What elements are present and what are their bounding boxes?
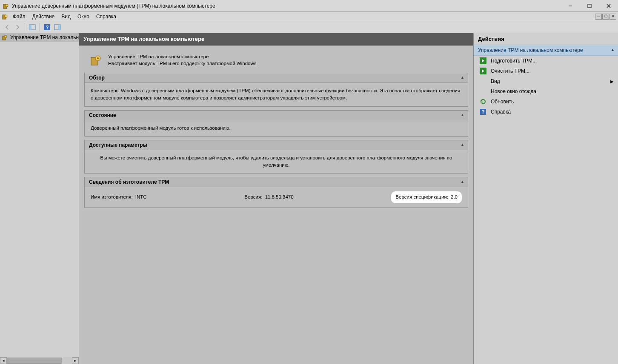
tree-horizontal-scrollbar[interactable]: ◄ ► xyxy=(0,357,79,364)
content-pane: Управление TPM на локальном компьютере У… xyxy=(79,33,473,364)
maximize-button[interactable] xyxy=(580,0,599,12)
forward-button[interactable] xyxy=(13,23,22,32)
menubar-app-icon xyxy=(2,13,9,20)
section-status-title: Состояние xyxy=(89,112,116,118)
menu-view[interactable]: Вид xyxy=(58,13,74,20)
refresh-icon xyxy=(480,98,486,105)
intro-description: Настраивает модуль TPM и его поддержку п… xyxy=(108,60,257,67)
section-manufacturer-title: Сведения об изготовителе TPM xyxy=(89,179,169,185)
action-refresh[interactable]: Обновить xyxy=(474,97,618,107)
mdi-controls: — ❐ ✕ xyxy=(595,14,616,20)
intro-text: Управление TPM на локальном компьютере Н… xyxy=(108,53,257,67)
back-button[interactable] xyxy=(3,23,12,32)
tree-item-label: Управление TPM на локальн xyxy=(10,34,79,40)
svg-point-7 xyxy=(5,15,7,17)
mdi-close-button[interactable]: ✕ xyxy=(609,14,616,20)
help-button[interactable]: ? xyxy=(43,23,52,32)
help-icon: ? xyxy=(480,108,486,115)
actions-subheader[interactable]: Управление TPM на локальном компьютере ▲ xyxy=(474,45,618,56)
menu-action[interactable]: Действие xyxy=(29,13,58,20)
section-status: Состояние ▲ Доверенный платформенный мод… xyxy=(84,110,468,136)
toolbar: ? xyxy=(0,21,618,33)
intro-title: Управление TPM на локальном компьютере xyxy=(108,53,257,60)
section-status-header[interactable]: Состояние ▲ xyxy=(85,111,468,120)
action-new-window[interactable]: Новое окно отсюда xyxy=(474,86,618,97)
content-header: Управление TPM на локальном компьютере xyxy=(79,33,473,46)
svg-text:?: ? xyxy=(482,109,485,114)
mfr-spec-label: Версия спецификации: xyxy=(395,193,448,201)
section-options-body: Вы можете очистить доверенный платформен… xyxy=(85,150,468,173)
action-help[interactable]: ? Справка xyxy=(474,107,618,117)
toolbar-separator xyxy=(25,23,25,31)
minimize-button[interactable] xyxy=(561,0,580,12)
action-label: Обновить xyxy=(491,99,514,105)
svg-text:?: ? xyxy=(46,25,49,30)
scroll-thumb[interactable] xyxy=(7,358,62,364)
section-overview: Обзор ▲ Компьютеры Windows с доверенным … xyxy=(84,73,468,107)
svg-point-1 xyxy=(6,4,8,7)
app-icon xyxy=(3,3,9,9)
window-title: Управление доверенным платформенным моду… xyxy=(12,3,561,9)
svg-point-15 xyxy=(4,35,7,38)
menu-file[interactable]: Файл xyxy=(9,13,29,20)
collapse-icon: ▲ xyxy=(461,75,464,80)
menubar: Файл Действие Вид Окно Справка — ❐ ✕ xyxy=(0,12,618,21)
section-options-header[interactable]: Доступные параметры ▲ xyxy=(85,140,468,150)
mdi-minimize-button[interactable]: — xyxy=(595,14,602,20)
section-overview-title: Обзор xyxy=(89,75,105,81)
blank-icon xyxy=(480,78,486,85)
close-button[interactable] xyxy=(599,0,618,12)
section-options-title: Доступные параметры xyxy=(89,142,147,148)
collapse-icon: ▲ xyxy=(461,142,464,147)
action-label: Подготовить TPM... xyxy=(491,58,537,64)
section-options: Доступные параметры ▲ Вы можете очистить… xyxy=(84,140,468,174)
toolbar-separator-2 xyxy=(40,23,40,31)
svg-point-18 xyxy=(97,57,99,59)
svg-rect-13 xyxy=(58,25,60,30)
submenu-arrow-icon: ▶ xyxy=(610,79,614,84)
actions-header: Действия xyxy=(474,33,618,45)
manufacturer-name: Имя изготовителя: INTC xyxy=(91,193,147,201)
main-layout: Управление TPM на локальн ◄ ► Управление… xyxy=(0,33,618,364)
manufacturer-spec: Версия спецификации: 2.0 xyxy=(391,191,462,203)
tree-pane: Управление TPM на локальн ◄ ► xyxy=(0,33,79,364)
window-titlebar: Управление доверенным платформенным моду… xyxy=(0,0,618,12)
scroll-right-arrow[interactable]: ► xyxy=(72,357,79,364)
tpm-tree-icon xyxy=(2,34,9,41)
menu-help[interactable]: Справка xyxy=(93,13,120,20)
collapse-icon: ▲ xyxy=(611,48,615,52)
show-hide-action-button[interactable] xyxy=(53,23,62,32)
mdi-restore-button[interactable]: ❐ xyxy=(602,14,609,20)
action-label: Справка xyxy=(491,109,511,115)
action-label: Новое окно отсюда xyxy=(491,88,536,94)
window-controls xyxy=(561,0,618,12)
section-status-body: Доверенный платформенный модуль готов к … xyxy=(85,120,468,136)
action-label: Очистить TPM... xyxy=(491,68,529,74)
blank-icon xyxy=(480,88,486,95)
svg-rect-9 xyxy=(29,25,31,30)
intro-section: Управление TPM на локальном компьютере Н… xyxy=(83,50,469,73)
mfr-name-value: INTC xyxy=(135,193,147,201)
mfr-version-value: 11.8.50.3470 xyxy=(265,193,293,201)
content-body: Управление TPM на локальном компьютере Н… xyxy=(79,46,473,216)
collapse-icon: ▲ xyxy=(461,179,464,184)
scroll-track[interactable] xyxy=(7,357,72,364)
action-clear-tpm[interactable]: Очистить TPM... xyxy=(474,66,618,76)
mfr-spec-value: 2.0 xyxy=(451,193,458,201)
section-manufacturer: Сведения об изготовителе TPM ▲ Имя изгот… xyxy=(84,177,468,208)
action-prepare-tpm[interactable]: Подготовить TPM... xyxy=(474,56,618,66)
tree-item-tpm[interactable]: Управление TPM на локальн xyxy=(0,33,79,42)
arrow-right-green-icon xyxy=(480,68,486,74)
section-overview-header[interactable]: Обзор ▲ xyxy=(85,73,468,83)
scroll-left-arrow[interactable]: ◄ xyxy=(0,357,7,364)
action-view[interactable]: Вид ▶ xyxy=(474,76,618,86)
svg-rect-3 xyxy=(588,4,591,8)
section-manufacturer-body: Имя изготовителя: INTC Версия: 11.8.50.3… xyxy=(85,187,468,207)
actions-subheader-label: Управление TPM на локальном компьютере xyxy=(478,47,583,53)
manufacturer-version: Версия: 11.8.50.3470 xyxy=(244,193,293,201)
show-hide-tree-button[interactable] xyxy=(28,23,37,32)
tpm-chip-icon xyxy=(89,53,103,67)
action-label: Вид xyxy=(491,78,500,84)
section-manufacturer-header[interactable]: Сведения об изготовителе TPM ▲ xyxy=(85,177,468,187)
menu-window[interactable]: Окно xyxy=(74,13,93,20)
